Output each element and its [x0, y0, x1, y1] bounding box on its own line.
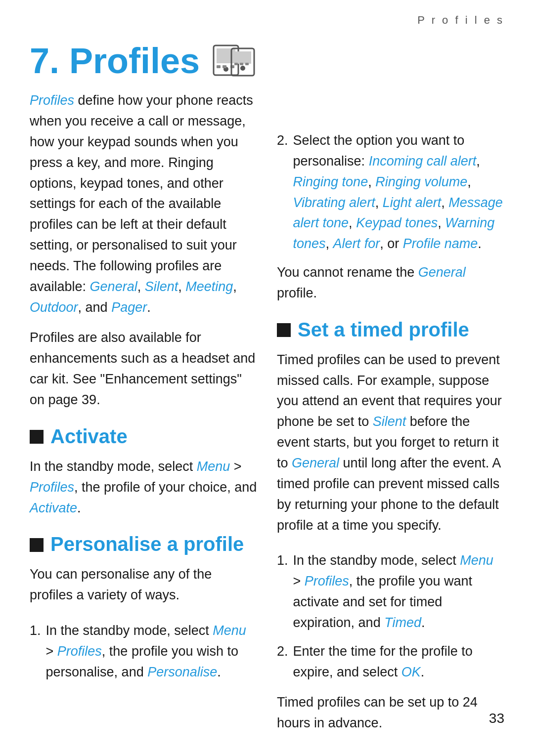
timed-link: Timed	[384, 615, 421, 630]
personalise-step2-list: 2. Select the option you want to persona…	[277, 130, 504, 254]
meeting-link-intro: Meeting	[185, 279, 233, 294]
page-number: 33	[489, 711, 504, 726]
timed-title: Set a timed profile	[298, 319, 469, 341]
right-column: 2. Select the option you want to persona…	[277, 27, 504, 749]
profiles-link-timed: Profiles	[305, 574, 349, 588]
menu-link-p1: Menu	[213, 623, 246, 638]
intro-paragraph: Profiles define how your phone reacts wh…	[30, 90, 257, 318]
alert-for-link: Alert for	[333, 236, 380, 251]
cannot-rename-text: You cannot rename the General profile.	[277, 262, 504, 304]
outdoor-link-intro: Outdoor	[30, 300, 78, 315]
svg-rect-7	[234, 51, 251, 64]
pager-link-intro: Pager	[111, 300, 147, 315]
svg-rect-4	[222, 65, 226, 68]
silent-link-timed: Silent	[373, 414, 406, 429]
personalise-title: Personalise a profile	[50, 533, 244, 555]
activate-title: Activate	[50, 425, 128, 448]
list-item: 1. In the standby mode, select Menu > Pr…	[30, 621, 257, 683]
activate-heading: Activate	[30, 425, 257, 448]
chapter-title: 7. Profiles	[30, 42, 200, 81]
general-link-intro: General	[90, 279, 137, 294]
personalise-link-p1: Personalise	[147, 665, 217, 679]
svg-rect-3	[217, 65, 221, 68]
activate-square-icon	[30, 430, 44, 444]
svg-point-8	[240, 66, 245, 71]
keypad-link: Keypad tones	[356, 215, 438, 230]
svg-rect-11	[245, 63, 249, 65]
timed-footer: Timed profiles can be set up to 24 hours…	[277, 692, 504, 734]
svg-rect-10	[240, 63, 243, 65]
personalise-step2-container: 2. Select the option you want to persona…	[277, 130, 504, 254]
personalise-list: 1. In the standby mode, select Menu > Pr…	[30, 621, 257, 683]
general-link-rename: General	[418, 265, 466, 280]
svg-rect-1	[217, 48, 235, 63]
vibrating-link: Vibrating alert	[293, 195, 375, 210]
ok-link: OK	[401, 665, 421, 679]
phone-icon	[213, 44, 257, 79]
ringing-tone-link: Ringing tone	[293, 174, 368, 189]
left-column: 7. Profiles Pro	[30, 27, 257, 749]
menu-link-timed: Menu	[460, 553, 493, 568]
profile-name-link: Profile name	[403, 236, 478, 251]
enhancement-text: Profiles are also available for enhancem…	[30, 328, 257, 410]
personalise-heading: Personalise a profile	[30, 533, 257, 555]
light-link: Light alert	[383, 195, 442, 210]
personalise-intro: You can personalise any of the profiles …	[30, 564, 257, 606]
activate-link: Activate	[30, 501, 77, 515]
profiles-link-activate: Profiles	[30, 480, 74, 495]
timed-list: 1. In the standby mode, select Menu > Pr…	[277, 550, 504, 682]
general-link-timed: General	[292, 456, 339, 470]
profiles-link-p1: Profiles	[57, 644, 102, 659]
timed-step1: 1. In the standby mode, select Menu > Pr…	[277, 550, 504, 633]
page-breadcrumb: P r o f i l e s	[0, 0, 534, 27]
timed-intro: Timed profiles can be used to prevent mi…	[277, 350, 504, 536]
list-item-step2: 2. Select the option you want to persona…	[277, 130, 504, 254]
silent-link-intro: Silent	[145, 279, 178, 294]
activate-body: In the standby mode, select Menu > Profi…	[30, 457, 257, 519]
personalise-square-icon	[30, 538, 44, 552]
timed-heading: Set a timed profile	[277, 319, 504, 341]
svg-rect-9	[234, 63, 238, 65]
timed-step2: 2. Enter the time for the profile to exp…	[277, 641, 504, 683]
incoming-link: Incoming call alert	[369, 154, 477, 168]
profiles-link-intro: Profiles	[30, 93, 74, 108]
ringing-vol-link: Ringing volume	[375, 174, 467, 189]
menu-link-activate: Menu	[197, 459, 230, 474]
timed-square-icon	[277, 323, 291, 337]
